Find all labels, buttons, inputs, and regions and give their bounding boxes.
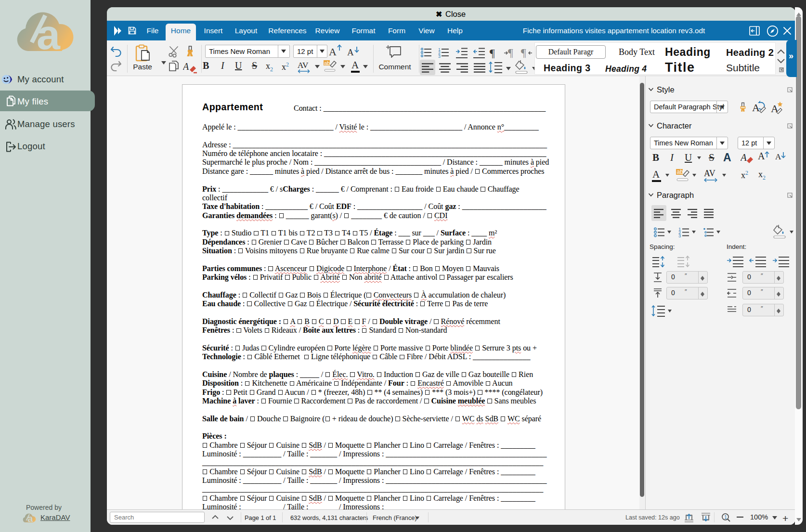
svg-text:A: A <box>183 61 189 72</box>
svg-text:A: A <box>752 102 760 114</box>
svg-text:3: 3 <box>438 54 441 59</box>
svg-text:ab: ab <box>324 60 330 66</box>
svg-text:A: A <box>758 151 765 161</box>
svg-text:3: 3 <box>678 233 681 238</box>
svg-text:1: 1 <box>724 514 727 520</box>
svg-text:¶: ¶ <box>521 48 526 58</box>
svg-text:ab: ab <box>677 169 684 175</box>
svg-text:¶: ¶ <box>508 48 513 58</box>
svg-text:AV: AV <box>298 61 309 70</box>
svg-text:A: A <box>741 152 747 163</box>
svg-text:AV: AV <box>704 169 715 178</box>
svg-text:A: A <box>775 152 781 161</box>
